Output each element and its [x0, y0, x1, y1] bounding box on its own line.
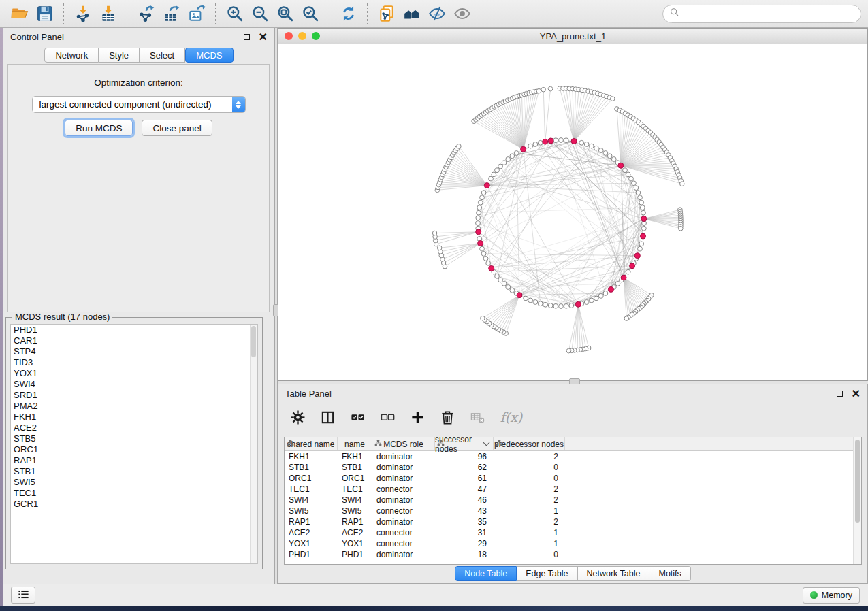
tab-select[interactable]: Select	[140, 48, 185, 63]
ring-node[interactable]	[594, 146, 599, 150]
select-all-button[interactable]	[348, 408, 367, 427]
minimize-window-icon[interactable]	[298, 32, 306, 40]
dominator-node[interactable]	[575, 301, 581, 307]
ring-node[interactable]	[538, 140, 543, 145]
ring-node[interactable]	[498, 278, 503, 282]
zoom-selected-button[interactable]	[298, 2, 323, 25]
zoom-fit-button[interactable]	[272, 2, 298, 25]
dominator-node[interactable]	[521, 146, 526, 152]
column-header-shared-name[interactable]: shared name	[285, 437, 338, 450]
satellite-node[interactable]	[624, 316, 629, 321]
attribute-settings-button[interactable]	[288, 408, 307, 427]
ring-node[interactable]	[569, 303, 574, 308]
satellite-node[interactable]	[548, 86, 553, 91]
dominator-node[interactable]	[548, 138, 553, 144]
mcds-result-item[interactable]: STP4	[11, 346, 257, 357]
table-row[interactable]: SWI4SWI4dominator462	[285, 495, 861, 506]
satellite-node[interactable]	[432, 231, 437, 235]
ring-node[interactable]	[543, 302, 548, 307]
table-row[interactable]: YOX1YOX1connector291	[285, 538, 861, 549]
mcds-result-item[interactable]: PMA2	[11, 401, 257, 412]
ring-node[interactable]	[607, 154, 612, 159]
ring-node[interactable]	[495, 168, 500, 173]
ring-node[interactable]	[579, 140, 584, 145]
delete-column-button[interactable]	[438, 408, 457, 427]
dominator-node[interactable]	[571, 139, 577, 144]
ring-node[interactable]	[634, 186, 639, 191]
criterion-select[interactable]: largest connected component (undirected)	[32, 96, 246, 113]
column-header-successor-nodes[interactable]: successor nodes	[435, 437, 494, 450]
open-file-button[interactable]	[7, 2, 32, 25]
ring-node[interactable]	[603, 151, 608, 156]
ring-node[interactable]	[623, 168, 628, 173]
dominator-node[interactable]	[641, 216, 647, 222]
table-row[interactable]: RAP1RAP1dominator352	[285, 516, 861, 527]
ring-node[interactable]	[564, 303, 568, 308]
satellite-node[interactable]	[566, 348, 571, 353]
ring-node[interactable]	[502, 282, 507, 286]
mcds-result-item[interactable]: SWI5	[11, 477, 257, 488]
satellite-node[interactable]	[679, 226, 684, 231]
satellite-node[interactable]	[481, 316, 485, 320]
zoom-out-button[interactable]	[247, 2, 272, 25]
ring-node[interactable]	[641, 226, 646, 231]
mcds-result-item[interactable]: ACE2	[11, 423, 257, 433]
ring-node[interactable]	[548, 303, 553, 308]
ring-node[interactable]	[510, 288, 515, 293]
ring-node[interactable]	[629, 176, 634, 181]
column-header-name[interactable]: name	[338, 437, 372, 450]
ring-node[interactable]	[553, 138, 558, 143]
import-table-button[interactable]	[95, 2, 120, 25]
ring-node[interactable]	[524, 296, 528, 301]
ring-node[interactable]	[590, 144, 594, 148]
clone-network-button[interactable]	[374, 2, 399, 25]
hide-selected-button[interactable]	[424, 2, 449, 25]
close-window-icon[interactable]	[285, 32, 293, 40]
ring-node[interactable]	[538, 301, 543, 306]
import-network-button[interactable]	[70, 2, 95, 25]
mcds-list-scrollbar[interactable]	[250, 325, 257, 563]
ring-node[interactable]	[476, 216, 481, 220]
ring-node[interactable]	[640, 205, 645, 210]
ring-node[interactable]	[506, 157, 511, 162]
ring-node[interactable]	[477, 205, 482, 210]
table-row[interactable]: ORC1ORC1dominator610	[285, 473, 861, 484]
ring-node[interactable]	[514, 151, 519, 156]
ring-node[interactable]	[638, 195, 643, 200]
ring-node[interactable]	[533, 300, 538, 305]
dominator-node[interactable]	[608, 286, 613, 292]
ring-node[interactable]	[489, 176, 494, 181]
mcds-result-item[interactable]: TID3	[11, 357, 257, 368]
table-row[interactable]: FKH1FKH1dominator962	[285, 451, 861, 462]
mcds-result-item[interactable]: ORC1	[11, 444, 257, 455]
mcds-result-item[interactable]: STB5	[11, 433, 257, 444]
table-row[interactable]: PHD1PHD1dominator180	[285, 549, 861, 560]
dominator-node[interactable]	[641, 233, 646, 239]
mcds-result-item[interactable]: CAR1	[11, 335, 257, 346]
mcds-result-item[interactable]: STB1	[11, 466, 257, 477]
ring-node[interactable]	[626, 269, 630, 274]
mcds-result-item[interactable]: SRD1	[11, 390, 257, 401]
satellite-node[interactable]	[541, 87, 546, 92]
mcds-scrollbar-thumb[interactable]	[251, 326, 256, 357]
close-panel-icon[interactable]: ✕	[259, 32, 268, 43]
float-panel-icon[interactable]	[244, 34, 250, 40]
ring-node[interactable]	[533, 142, 538, 147]
ring-node[interactable]	[564, 138, 568, 143]
ring-node[interactable]	[626, 172, 630, 177]
export-table-button[interactable]	[159, 2, 184, 25]
memory-button[interactable]: Memory	[803, 587, 860, 604]
ring-node[interactable]	[480, 195, 485, 200]
ring-node[interactable]	[598, 148, 603, 153]
maximize-window-icon[interactable]	[312, 32, 320, 40]
table-row[interactable]: ACE2ACE2connector311	[285, 527, 861, 538]
dominator-node[interactable]	[517, 293, 522, 298]
tab-node-table[interactable]: Node Table	[455, 566, 517, 581]
float-table-panel-icon[interactable]	[837, 391, 843, 397]
tab-network[interactable]: Network	[44, 48, 99, 63]
ring-node[interactable]	[636, 191, 641, 195]
ring-node[interactable]	[598, 294, 603, 299]
satellite-node[interactable]	[536, 88, 541, 93]
save-session-button[interactable]	[32, 2, 57, 25]
dominator-node[interactable]	[543, 139, 548, 144]
